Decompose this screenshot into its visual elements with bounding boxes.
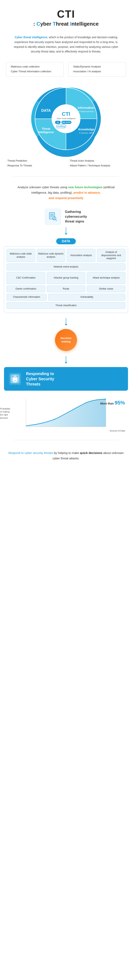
flow-cell-vulnerability: Vulnerability (48, 294, 126, 301)
analyze-text1: Analyze unknown cyber threats using (17, 185, 67, 189)
search-document-icon (48, 212, 58, 222)
list-item: Threat Actor Analysis (68, 159, 126, 163)
decision-label-2: making (61, 340, 71, 344)
responding-line2: Cyber Security (26, 377, 54, 381)
analyze-text3: and respond proactively (49, 196, 83, 200)
arrow-section-2 (0, 315, 132, 327)
arrow-section-3 (0, 353, 132, 365)
gathering-text: Gathering cybersecurity threat signs (65, 210, 87, 224)
down-arrow-2 (66, 318, 66, 324)
threat-labels-right: Threat Actor Analysis Attack Pattern / T… (68, 159, 126, 168)
svg-text:AI: AI (57, 121, 59, 123)
flow-cell-malicious-static: Malicious code static analysis (6, 249, 35, 262)
chart-more-than: More than (100, 402, 114, 405)
svg-text:TI Services, DRPS: TI Services, DRPS (79, 132, 94, 134)
gathering-icon-row: Gathering cybersecurity threat signs (45, 208, 87, 225)
flow-grid: Malicious code static analysis Malicious… (4, 246, 128, 313)
flow-cell-similar: Similar cases (87, 286, 126, 292)
responding-line3: Threats (26, 382, 40, 386)
header-subtitle: : Cyber Threat Intelligence (4, 21, 128, 27)
list-item: Threat Prediction (6, 159, 64, 163)
description-section: Cyber threat intelligence, which is the … (0, 31, 132, 58)
t-letter: T (53, 21, 56, 27)
svg-line-25 (56, 220, 57, 221)
analyze-green: new future technologies (68, 185, 103, 189)
decision-section: Decision making (0, 327, 132, 353)
flow-row-6: Threat classification (6, 302, 126, 309)
divider-1 (13, 176, 119, 177)
threat-labels-section: Threat Prediction Response To Threats Th… (0, 157, 132, 170)
divider-2 (13, 440, 119, 440)
flow-row-1: Malicious code static analysis Malicious… (6, 249, 126, 262)
gathering-line1: Gathering (65, 210, 87, 214)
svg-text:CTI: CTI (62, 111, 70, 117)
cti-diagram-svg: CTI Cyber Threat Intelligence AI BIG DAT… (26, 81, 106, 157)
svg-text:Cyber Threat Intelligence: Cyber Threat Intelligence (57, 118, 76, 119)
svg-text:Information: Information (78, 106, 94, 109)
responding-text: Responding to Cyber Security Threats (26, 371, 54, 387)
list-item: Response To Threats (6, 164, 64, 168)
svg-text:Knowledge: Knowledge (78, 127, 94, 131)
flow-cell-analysis-disp: Analysis of dispossession and waypoint (97, 249, 126, 262)
gathering-section: Gathering cybersecurity threat signs (0, 205, 132, 236)
responding-section: Responding to Cyber Security Threats (4, 367, 128, 391)
down-arrow-3 (66, 356, 66, 362)
svg-point-37 (14, 380, 15, 381)
gathering-line2: cybersecurity (65, 214, 87, 219)
data-list-left: Malicious code collection Cyber Threat I… (6, 62, 64, 77)
threat-labels-left: Threat Prediction Response To Threats (6, 159, 64, 168)
list-item: Association / AI analysis (72, 70, 122, 73)
colon-text: : (33, 21, 37, 27)
list-item: Static/Dynamic Analysis (72, 65, 122, 69)
cti-diagram-section: CTI Cyber Threat Intelligence AI BIG DAT… (0, 79, 132, 159)
chart-area: More than 95% (6, 399, 126, 432)
svg-text:DATA: DATA (41, 108, 51, 113)
header-section: CTI : Cyber Threat Intelligence (0, 0, 132, 31)
flow-row-5: Characteristic information Vulnerability (6, 294, 126, 301)
shield-lock-icon (8, 372, 22, 386)
gathering-line3: threat signs (65, 219, 87, 224)
chart-inner: Probabilityof makingthe rightdecision Mo… (4, 397, 128, 432)
chart-x-label: Amount of Data (6, 430, 126, 432)
flow-cell-threat-class: Threat classification (6, 302, 126, 309)
chart-percent-label: More than 95% (100, 400, 125, 406)
data-flow-section: DATA Malicious code static analysis Mali… (0, 236, 132, 315)
footer-bold-text: quick decisions (80, 451, 103, 455)
responding-icon (8, 372, 22, 386)
flow-row-3: C&C Confirmation Attacker group tracking… (6, 272, 126, 284)
flow-cell-association: Association analysis (67, 249, 95, 262)
list-item: Attack Pattern / Technique Analysis (68, 164, 126, 168)
data-list-section: Malicious code collection Cyber Threat I… (0, 60, 132, 79)
data-list-right-items: Static/Dynamic Analysis Association / AI… (72, 65, 122, 73)
hreat-text: hreat (56, 21, 70, 27)
flow-cell-characteristic: Characteristic information (6, 294, 47, 301)
responding-line1: Responding to (26, 371, 54, 376)
decision-badge: Decision making (55, 329, 77, 351)
flow-row-4: Owner confirmation Route Similar cases (6, 286, 126, 292)
down-arrow-1 (66, 227, 66, 233)
svg-text:Profiling: Profiling (57, 126, 65, 127)
data-list-right: Static/Dynamic Analysis Association / AI… (68, 62, 126, 77)
ntelligence-text: ntelligence (72, 21, 99, 27)
chart-percent: 95% (115, 400, 125, 406)
header-cti: CTI (4, 8, 128, 20)
data-badge: DATA (56, 238, 76, 244)
svg-text:Intelligence: Intelligence (38, 130, 54, 134)
list-item: Malicious code collection (10, 65, 60, 69)
list-item: Cyber Threat Information collection (10, 70, 60, 73)
footer-text2: by helping to make (53, 451, 80, 455)
data-list-left-items: Malicious code collection Cyber Threat I… (10, 65, 60, 73)
analyze-orange: predict in advance, (73, 191, 101, 194)
data-badge-row: DATA (4, 238, 128, 244)
flow-cell-route: Route (47, 286, 85, 292)
svg-text:BIG DATA: BIG DATA (62, 121, 71, 123)
yber-text: yber (40, 21, 52, 27)
flow-cell-cnc: C&C Confirmation (6, 272, 45, 284)
svg-rect-20 (49, 212, 55, 219)
threat-labels-right-list: Threat Actor Analysis Attack Pattern / T… (68, 159, 126, 167)
svg-text:Threat: Threat (42, 127, 50, 130)
flow-cell-attacker: Attacker group tracking (47, 272, 85, 284)
flow-cell-attack-technique: Attack technique analysis (87, 272, 126, 284)
svg-text:TI Platforms/Feeds: TI Platforms/Feeds (78, 111, 94, 113)
respond-footer: Respond to cyber security threats by hel… (0, 446, 132, 469)
